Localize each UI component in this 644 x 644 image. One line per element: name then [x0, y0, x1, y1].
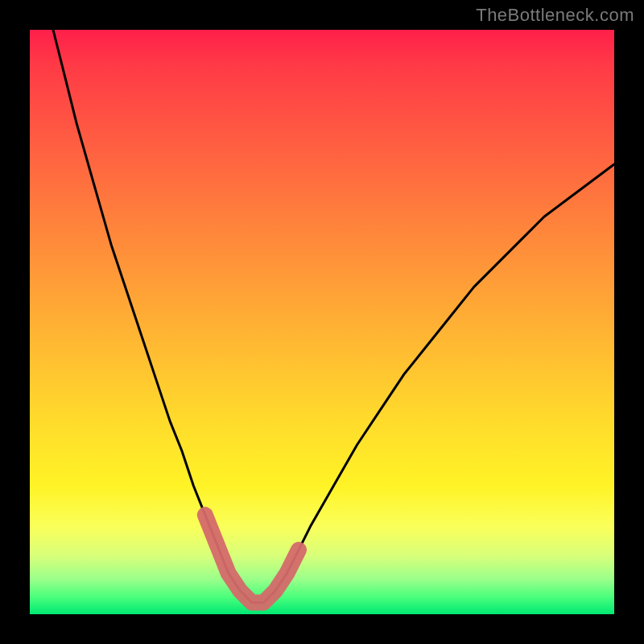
main-curve: [53, 30, 614, 603]
highlight-segment: [205, 515, 299, 603]
plot-area: [30, 30, 614, 614]
curve-svg: [30, 30, 614, 614]
watermark-text: TheBottleneck.com: [476, 5, 634, 26]
chart-frame: TheBottleneck.com: [0, 0, 644, 644]
